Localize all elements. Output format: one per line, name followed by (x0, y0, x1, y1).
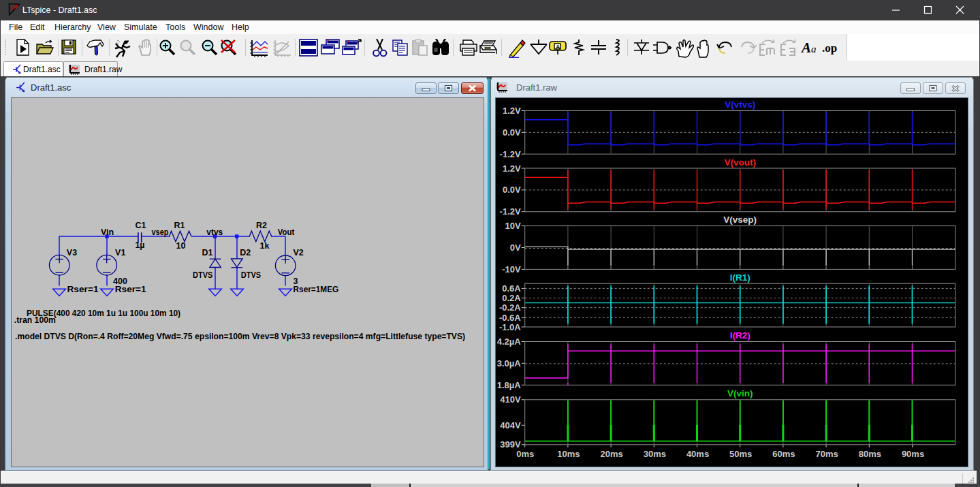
svg-text:0.2A: 0.2A (502, 293, 521, 303)
svg-text:0V: 0V (510, 242, 521, 253)
svg-text:-0.2A: -0.2A (499, 302, 521, 313)
svg-text:DTVS: DTVS (241, 270, 261, 280)
svg-text:-1.0A: -1.0A (499, 322, 521, 332)
svg-text:I(R1): I(R1) (730, 272, 750, 283)
svg-text:0.6A: 0.6A (502, 283, 521, 294)
svg-text:10: 10 (176, 241, 186, 251)
svg-text:V1: V1 (115, 248, 125, 257)
svg-text:Vin: Vin (101, 227, 114, 237)
svg-text:1.8µA: 1.8µA (497, 380, 522, 390)
svg-text:V(vout): V(vout) (724, 157, 756, 168)
svg-text:1µ: 1µ (135, 240, 144, 250)
svg-text:4.2µA: 4.2µA (497, 336, 522, 347)
svg-text:D2: D2 (240, 248, 251, 257)
svg-text:80ms: 80ms (859, 449, 881, 459)
svg-text:vsep: vsep (152, 227, 169, 237)
svg-text:vtvs: vtvs (206, 227, 223, 237)
svg-text:3.0µA: 3.0µA (497, 358, 522, 368)
svg-text:410V: 410V (500, 394, 521, 405)
svg-text:V(vsep): V(vsep) (723, 215, 757, 225)
svg-text:.model DTVS D(Ron=.4 Roff=20Me: .model DTVS D(Ron=.4 Roff=20Meg Vfwd=.75… (15, 332, 465, 341)
svg-text:30ms: 30ms (644, 449, 666, 459)
svg-text:404V: 404V (500, 420, 521, 430)
svg-text:.tran 100m: .tran 100m (14, 315, 56, 325)
svg-text:10ms: 10ms (557, 449, 580, 459)
svg-text:DTVS: DTVS (193, 270, 212, 280)
svg-text:-10V: -10V (502, 264, 521, 274)
svg-text:A: A (801, 40, 811, 56)
svg-text:A: A (556, 44, 560, 50)
svg-text:I(R2): I(R2) (730, 330, 750, 341)
svg-text:a: a (811, 44, 817, 54)
svg-text:-1.2V: -1.2V (500, 149, 521, 159)
svg-text:70ms: 70ms (815, 449, 838, 459)
svg-text:40ms: 40ms (686, 449, 709, 459)
svg-text:-1.2V: -1.2V (500, 206, 521, 217)
svg-text:1k: 1k (260, 241, 270, 251)
svg-text:D1: D1 (202, 248, 212, 257)
svg-text:1.2V: 1.2V (503, 106, 521, 116)
svg-text:90ms: 90ms (902, 449, 924, 459)
svg-text:.op: .op (822, 42, 837, 54)
svg-text:Rser=1: Rser=1 (115, 285, 146, 294)
svg-text:R2: R2 (256, 221, 267, 230)
svg-text:1.2V: 1.2V (503, 163, 521, 174)
svg-text:50ms: 50ms (729, 449, 752, 459)
svg-text:Rser=1: Rser=1 (67, 285, 99, 294)
svg-text:0ms: 0ms (516, 449, 534, 459)
svg-text:10V: 10V (505, 221, 521, 231)
svg-text:20ms: 20ms (600, 449, 622, 459)
svg-text:R1: R1 (174, 221, 185, 230)
svg-text:0.0V: 0.0V (503, 185, 521, 195)
svg-text:V2: V2 (294, 248, 304, 257)
svg-text:60ms: 60ms (772, 449, 795, 459)
svg-text:V(vin): V(vin) (727, 388, 753, 398)
svg-text:C1: C1 (135, 221, 146, 230)
svg-text:Rser=1MEG: Rser=1MEG (294, 285, 339, 294)
svg-text:V(vtvs): V(vtvs) (725, 99, 755, 110)
svg-text:V3: V3 (67, 248, 77, 257)
svg-text:0.0V: 0.0V (503, 127, 521, 138)
svg-text:Vout: Vout (278, 227, 295, 237)
